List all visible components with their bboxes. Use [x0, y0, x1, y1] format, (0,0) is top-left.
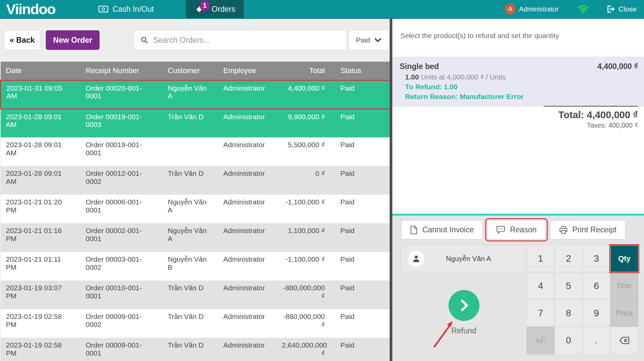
key-8[interactable]: 8 — [554, 299, 582, 327]
cell-customer: Nguyễn Văn A — [163, 80, 218, 109]
search-icon — [140, 36, 148, 44]
refund-button[interactable] — [449, 290, 479, 321]
user-menu[interactable]: A Administrator — [505, 4, 559, 14]
table-row[interactable]: 2023-01-28 09:01 AM Order 00019-001-0001… — [1, 137, 390, 166]
table-row[interactable]: 2023-01-19 03:07 PM Order 00010-001-0001… — [1, 281, 390, 309]
key-disc[interactable]: Disc — [610, 272, 638, 299]
key-0[interactable]: 0 — [554, 327, 582, 354]
cell-date: 2023-01-21 01:11 PM — [1, 252, 80, 281]
table-row[interactable]: 2023-01-31 09:05 AM Order 00020-001-0001… — [1, 80, 390, 109]
tab-orders[interactable]: 1 Orders — [186, 0, 244, 18]
key-decimal[interactable]: . — [582, 327, 610, 354]
cell-receipt: Order 00019-001-0003 — [80, 109, 163, 137]
topbar: Viindoo Cash In/Out 1 Orders A Administr… — [0, 0, 644, 19]
cell-receipt: Order 00003-001-0002 — [80, 252, 163, 281]
cell-customer: Trần Văn D — [163, 338, 218, 361]
table-row[interactable]: 2023-01-28 09:01 AM Order 00012-001-0002… — [1, 166, 390, 195]
cell-employee: Administrator — [218, 309, 275, 338]
cannot-invoice-button[interactable]: Cannot Invoice — [401, 220, 483, 239]
key-3[interactable]: 3 — [582, 245, 610, 272]
cell-status: Paid — [328, 166, 390, 195]
cell-status: Paid — [328, 252, 390, 281]
cell-customer: Trần Văn D — [163, 166, 218, 195]
tab-cash-in-out[interactable]: Cash In/Out — [95, 0, 157, 18]
table-row[interactable]: 2023-01-21 01:16 PM Order 00002-001-0001… — [1, 223, 390, 252]
banknote-icon — [98, 5, 108, 13]
close-session-button[interactable]: Close — [606, 5, 637, 13]
table-row[interactable]: 2023-01-21 01:20 PM Order 00006-001-0001… — [1, 195, 390, 223]
key-1[interactable]: 1 — [527, 245, 554, 272]
key-qty[interactable]: Qty — [610, 245, 638, 272]
col-header-customer: Customer — [163, 62, 218, 80]
cell-status: Paid — [328, 109, 390, 137]
order-total: Total: 4,400,000 ₫ — [544, 109, 638, 121]
return-reason-line: Return Reason: Manufacturer Error — [400, 93, 638, 101]
orders-list-panel: « Back New Order Paid — [0, 19, 390, 361]
cell-status: Paid — [328, 281, 390, 309]
chevron-right-icon — [456, 299, 468, 312]
cell-customer — [163, 137, 218, 166]
cell-date: 2023-01-31 09:05 AM — [1, 80, 80, 109]
customer-button[interactable]: Nguyễn Văn A — [401, 245, 527, 272]
key-5[interactable]: 5 — [554, 272, 582, 299]
cell-total: -1,100,000 ₫ — [275, 195, 328, 223]
cell-receipt: Order 00009-001-0001 — [80, 338, 163, 361]
table-row[interactable]: 2023-01-19 02:58 PM Order 00009-001-0002… — [1, 309, 390, 338]
avatar: A — [505, 4, 515, 14]
table-row[interactable]: 2023-01-19 02:58 PM Order 00009-001-0001… — [1, 338, 390, 361]
cell-total: 9,900,000 ₫ — [275, 109, 328, 137]
cell-total: -1,100,000 ₫ — [275, 252, 328, 281]
search-orders-input[interactable] — [153, 36, 340, 45]
print-receipt-button[interactable]: Print Receipt — [550, 220, 626, 239]
wifi-status-icon — [577, 4, 589, 14]
cell-employee: Administrator — [218, 252, 275, 281]
cell-employee: Administrator — [218, 338, 275, 361]
table-scrollbar[interactable] — [390, 19, 392, 361]
key-2[interactable]: 2 — [554, 245, 582, 272]
reason-label: Reason — [510, 225, 536, 234]
comment-icon — [496, 226, 505, 234]
cell-receipt: Order 00012-001-0002 — [80, 166, 163, 195]
reason-button[interactable]: Reason — [487, 220, 545, 239]
search-orders-box — [134, 30, 347, 50]
cell-status: Paid — [328, 80, 390, 109]
cell-employee: Administrator — [218, 109, 275, 137]
status-filter-value: Paid — [356, 36, 370, 44]
cell-employee: Administrator — [218, 137, 275, 166]
key-4[interactable]: 4 — [527, 272, 554, 299]
key-7[interactable]: 7 — [527, 299, 554, 327]
table-row[interactable]: 2023-01-21 01:11 PM Order 00003-001-0002… — [1, 252, 390, 281]
printer-icon — [559, 226, 568, 234]
key-price[interactable]: Price — [610, 299, 638, 327]
back-button[interactable]: « Back — [4, 30, 40, 50]
orders-table-body: 2023-01-31 09:05 AM Order 00020-001-0001… — [1, 80, 390, 361]
cell-receipt: Order 00006-001-0001 — [80, 195, 163, 223]
cell-employee: Administrator — [218, 80, 275, 109]
status-filter-dropdown[interactable]: Paid — [349, 30, 389, 50]
col-header-total: Total — [275, 62, 328, 80]
product-qty: 1.00 — [405, 73, 419, 81]
cell-total: 4,400,000 ₫ — [275, 80, 328, 109]
key-plus-minus[interactable]: +/- — [527, 327, 554, 354]
key-9[interactable]: 9 — [582, 299, 610, 327]
cell-customer: Trần Văn D — [163, 309, 218, 338]
refund-instruction: Select the product(s) to refund and set … — [392, 19, 644, 40]
orders-table: Date Receipt Number Customer Employee To… — [0, 62, 391, 361]
key-backspace[interactable] — [610, 327, 638, 354]
to-refund-line: To Refund: 1.00 — [400, 83, 638, 91]
order-taxes: Taxes: 400,000 ₫ — [544, 122, 638, 129]
cell-status: Paid — [328, 223, 390, 252]
cell-customer: Trần Văn D — [163, 109, 218, 137]
cell-date: 2023-01-21 01:16 PM — [1, 223, 80, 252]
cell-total: -880,000,000 ₫ — [275, 309, 328, 338]
col-header-date: Date — [1, 62, 80, 80]
cell-receipt: Order 00020-001-0001 — [80, 80, 163, 109]
topbar-right: A Administrator Close — [505, 4, 637, 14]
backspace-icon — [619, 336, 630, 344]
refund-panel: Select the product(s) to refund and set … — [392, 19, 644, 361]
product-unit-info: Units at 4,000,000 ₫ / Units — [421, 73, 506, 81]
key-6[interactable]: 6 — [582, 272, 610, 299]
table-row[interactable]: 2023-01-28 09:01 AM Order 00019-001-0003… — [1, 109, 390, 137]
refund-product-line[interactable]: Single bed 4,400,000 ₫ 1.00Units at 4,00… — [392, 57, 644, 107]
new-order-button[interactable]: New Order — [46, 30, 100, 50]
